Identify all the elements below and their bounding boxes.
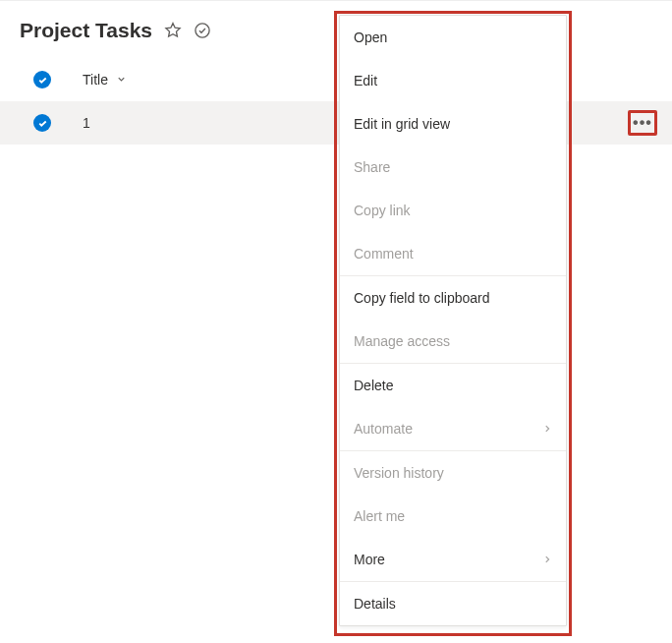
menu-item-delete[interactable]: Delete	[340, 364, 566, 407]
svg-point-0	[196, 24, 209, 37]
menu-item-automate[interactable]: Automate	[340, 407, 566, 450]
column-header-label: Title	[83, 72, 108, 88]
menu-item-open[interactable]: Open	[340, 16, 566, 59]
chevron-right-icon	[542, 552, 552, 567]
menu-item-details[interactable]: Details	[340, 582, 566, 625]
menu-item-copy-field[interactable]: Copy field to clipboard	[340, 276, 566, 320]
menu-item-version-history[interactable]: Version history	[340, 451, 566, 495]
menu-item-edit-grid[interactable]: Edit in grid view	[340, 102, 566, 146]
checkmark-circle-icon	[33, 114, 51, 132]
row-select[interactable]	[33, 114, 79, 132]
menu-item-share[interactable]: Share	[340, 146, 566, 189]
menu-item-edit[interactable]: Edit	[340, 59, 566, 102]
page-header: Project Tasks	[0, 1, 672, 58]
menu-item-manage-access[interactable]: Manage access	[340, 320, 566, 363]
menu-item-alert-me[interactable]: Alert me	[340, 495, 566, 538]
chevron-down-icon	[116, 71, 127, 88]
select-all-column[interactable]	[33, 71, 79, 88]
chevron-right-icon	[542, 421, 552, 437]
menu-item-more[interactable]: More	[340, 538, 566, 581]
list-view: Title 1 •••	[0, 58, 672, 145]
done-circle-icon[interactable]	[194, 22, 211, 39]
menu-item-comment[interactable]: Comment	[340, 232, 566, 275]
context-menu: Open Edit Edit in grid view Share Copy l…	[339, 15, 567, 626]
page-title: Project Tasks	[20, 19, 152, 42]
column-header-row: Title	[0, 58, 672, 101]
row-more-actions-button[interactable]: •••	[628, 110, 657, 136]
menu-item-copy-link[interactable]: Copy link	[340, 189, 566, 232]
checkmark-circle-icon	[33, 71, 51, 88]
row-title: 1	[83, 115, 90, 131]
table-row[interactable]: 1 •••	[0, 101, 672, 145]
not-favorite-star-icon[interactable]	[164, 22, 182, 39]
